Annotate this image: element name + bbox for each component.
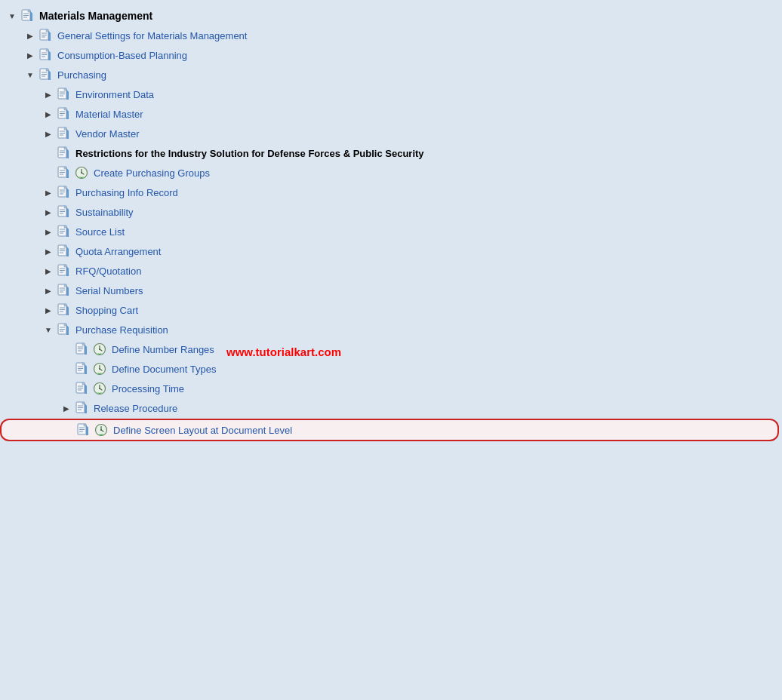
tree-item-define-screen-layout: Define Screen Layout at Document Level	[0, 419, 779, 441]
svg-rect-22	[46, 69, 48, 71]
doc-icon	[20, 8, 35, 23]
svg-marker-109	[66, 286, 69, 296]
svg-rect-97	[64, 265, 66, 267]
tree-label-purchase-requisition[interactable]: Purchase Requisition	[72, 324, 171, 336]
clock-icon	[92, 381, 107, 396]
tree-label-serial-numbers[interactable]: Serial Numbers	[72, 284, 146, 297]
expand-toggle[interactable]: ▶	[42, 245, 54, 257]
doc-icon	[74, 381, 89, 396]
svg-rect-161	[82, 402, 85, 404]
svg-rect-104	[64, 284, 66, 287]
tree-label-environment-data[interactable]: Environment Data	[72, 88, 157, 101]
tree-label-define-screen-layout[interactable]: Define Screen Layout at Document Level	[110, 424, 295, 437]
svg-marker-6	[30, 11, 32, 21]
tree-item-general-settings: ▶ General Settings for Materials Managem…	[0, 26, 782, 45]
svg-rect-168	[84, 424, 86, 426]
tree-item-serial-numbers: ▶ Serial Numbers	[0, 281, 782, 300]
doc-icon	[56, 224, 71, 239]
doc-icon	[56, 283, 71, 298]
expand-toggle[interactable]: ▶	[60, 402, 72, 414]
tree-label-release-procedure[interactable]: Release Procedure	[91, 402, 180, 415]
doc-icon	[74, 401, 89, 416]
svg-rect-69	[64, 186, 66, 189]
svg-rect-1	[28, 10, 30, 12]
tree-label-sustainability[interactable]: Sustainability	[72, 206, 137, 219]
svg-marker-130	[85, 345, 87, 355]
tree-item-processing-time: Processing Time	[0, 379, 782, 398]
doc-icon	[56, 244, 71, 259]
svg-marker-27	[48, 70, 51, 80]
tree-item-source-list: ▶ Source List	[0, 222, 782, 241]
tree-label-material-master[interactable]: Material Master	[72, 108, 146, 121]
expand-toggle[interactable]: ▶	[42, 186, 54, 198]
svg-marker-142	[85, 364, 87, 374]
expand-toggle[interactable]: ▶	[42, 108, 54, 120]
doc-icon	[75, 422, 91, 438]
tree-label-define-number-ranges[interactable]: Define Number Ranges	[109, 343, 217, 356]
expand-toggle[interactable]: ▶	[42, 284, 54, 296]
tree-item-define-number-ranges: Define Number Ranges	[0, 339, 782, 359]
svg-marker-88	[66, 227, 69, 237]
svg-rect-137	[82, 363, 85, 365]
tree-item-purchasing-info-record: ▶ Purchasing Info Record	[0, 183, 782, 202]
svg-marker-123	[66, 325, 69, 335]
tree-item-vendor-master: ▶ Vendor Master	[0, 124, 782, 143]
tree-item-define-document-types: Define Document Types	[0, 359, 782, 379]
tree-label-create-purchasing-groups[interactable]: Create Purchasing Groups	[91, 167, 213, 180]
doc-icon	[74, 342, 89, 357]
clock-icon	[92, 361, 107, 376]
clock-icon	[74, 165, 89, 180]
svg-marker-34	[66, 90, 69, 100]
svg-rect-83	[64, 226, 66, 228]
collapse-toggle[interactable]: ▼	[24, 69, 36, 81]
svg-marker-95	[66, 247, 69, 256]
svg-marker-102	[66, 266, 69, 276]
tree-label-source-list[interactable]: Source List	[72, 226, 128, 238]
svg-rect-111	[64, 304, 66, 306]
svg-marker-173	[86, 425, 88, 435]
svg-rect-125	[82, 343, 85, 345]
svg-rect-76	[64, 206, 66, 208]
collapse-toggle[interactable]: ▼	[42, 324, 54, 336]
svg-rect-118	[64, 324, 66, 326]
tree-label-quota-arrangement[interactable]: Quota Arrangement	[72, 245, 164, 258]
doc-icon	[56, 204, 71, 220]
expand-toggle[interactable]: ▶	[42, 304, 54, 316]
expand-toggle[interactable]: ▶	[42, 265, 54, 277]
tree-label-purchasing-info-record[interactable]: Purchasing Info Record	[72, 186, 181, 199]
tree-label-define-document-types[interactable]: Define Document Types	[109, 363, 220, 376]
tree-label-purchasing[interactable]: Purchasing	[54, 69, 109, 81]
expand-toggle[interactable]: ▶	[42, 88, 54, 100]
expand-toggle[interactable]: ▶	[42, 226, 54, 238]
svg-rect-8	[46, 29, 48, 32]
tree-label-processing-time[interactable]: Processing Time	[109, 382, 187, 395]
doc-icon	[56, 263, 71, 278]
svg-marker-48	[66, 129, 69, 139]
svg-marker-41	[66, 109, 69, 119]
expand-toggle[interactable]: ▶	[24, 49, 36, 61]
doc-icon	[38, 28, 53, 43]
tree-label-restrictions: Restrictions for the Industry Solution f…	[72, 147, 427, 160]
svg-rect-90	[64, 245, 66, 247]
expand-toggle[interactable]: ▶	[24, 29, 36, 41]
tree-item-quota-arrangement: ▶ Quota Arrangement	[0, 241, 782, 261]
svg-rect-50	[64, 147, 66, 149]
expand-toggle[interactable]: ▶	[42, 127, 54, 140]
tree-item-environment-data: ▶ Environment Data	[0, 84, 782, 104]
tree-label-vendor-master[interactable]: Vendor Master	[72, 127, 143, 140]
tree-item-release-procedure: ▶ Release Procedure	[0, 398, 782, 418]
svg-marker-55	[66, 149, 69, 158]
doc-icon	[56, 146, 71, 161]
tree-label-rfq-quotation[interactable]: RFQ/Quotation	[72, 265, 144, 278]
tree-label-general-settings[interactable]: General Settings for Materials Managemen…	[54, 29, 250, 42]
doc-icon	[56, 165, 71, 180]
tree-label-consumption-planning[interactable]: Consumption-Based Planning	[54, 49, 190, 62]
tree-item-material-master: ▶ Material Master	[0, 104, 782, 124]
doc-icon	[56, 126, 71, 141]
expand-toggle[interactable]: ▶	[42, 206, 54, 218]
svg-marker-74	[66, 188, 69, 198]
collapse-toggle[interactable]: ▼	[6, 10, 18, 22]
tree-label-materials-mgmt[interactable]: Materials Management	[36, 9, 155, 23]
svg-rect-149	[82, 382, 85, 385]
tree-label-shopping-cart[interactable]: Shopping Cart	[72, 304, 141, 317]
